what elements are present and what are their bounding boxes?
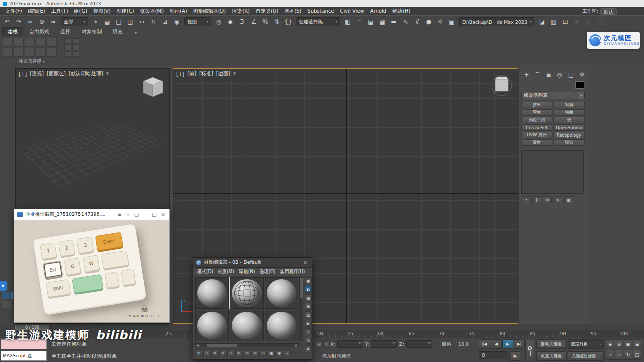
- unlink-selection[interactable]: ⊘: [36, 16, 47, 27]
- toggle-ribbon[interactable]: ▬: [388, 16, 399, 27]
- snap-toggle-3d[interactable]: 3: [236, 16, 248, 27]
- modifier-btn-11[interactable]: 置换: [521, 139, 552, 146]
- menu-item-7[interactable]: 修改器(M): [137, 7, 167, 15]
- zoom-button[interactable]: ⊕: [606, 339, 614, 349]
- menu-item-4[interactable]: 组(G): [71, 7, 91, 15]
- scroll-left-arrow[interactable]: ◀: [196, 344, 200, 347]
- reference-coordinate-dropdown[interactable]: 视图▾: [184, 17, 211, 26]
- material-editor-window[interactable]: 材质编辑器 - 02 - Default — × 模式(D)材质(M)导航(N)…: [193, 257, 312, 360]
- material-slot-2[interactable]: [230, 277, 264, 309]
- polygon-modeling-panel-label[interactable]: 多边形建模 ▾: [3, 58, 61, 65]
- select-by-material[interactable]: ◎: [305, 337, 312, 344]
- material-map-navigator[interactable]: #: [305, 345, 312, 352]
- menu-item-13[interactable]: Substance: [304, 7, 337, 15]
- ribbon-tab-建模[interactable]: 建模: [2, 27, 23, 36]
- show-end-result[interactable]: ‖: [532, 196, 541, 203]
- toggle-layer-explorer[interactable]: ▦: [377, 16, 388, 27]
- edit-tool-1[interactable]: [64, 38, 71, 44]
- select-and-place[interactable]: ◉: [171, 16, 182, 27]
- rendered-frame-window[interactable]: ▣: [446, 16, 457, 27]
- ribbon-tab-填充[interactable]: 填充: [108, 28, 128, 36]
- material-editor[interactable]: ●: [423, 16, 434, 27]
- wechat-maximize-button[interactable]: □: [151, 212, 157, 217]
- material-slot-5[interactable]: [230, 310, 264, 341]
- slots-vertical-scrollbar[interactable]: [299, 277, 303, 341]
- macro-recorder-field[interactable]: [1, 339, 47, 349]
- render-ok-indicator[interactable]: ✓: [571, 16, 582, 27]
- misc-tool-4[interactable]: ▽: [583, 16, 594, 27]
- isolate-selection-toggle[interactable]: ◎: [316, 340, 323, 348]
- menu-item-11[interactable]: 自定义(U): [253, 7, 281, 15]
- sample-type[interactable]: ●: [305, 277, 312, 284]
- workspace-selector[interactable]: 工作区: 默认: [582, 8, 642, 15]
- viewport-main-labels-seg-3[interactable]: [边面]: [216, 70, 230, 77]
- viewport-main-labels-seg-0[interactable]: [+]: [176, 71, 184, 77]
- menu-item-5[interactable]: 视图(V): [90, 7, 114, 15]
- make-copy[interactable]: ⊙: [227, 349, 234, 356]
- material-slot-1[interactable]: [195, 277, 229, 309]
- backlight[interactable]: ◐: [305, 286, 312, 293]
- background[interactable]: ▩: [305, 294, 312, 301]
- window-crossing-toggle[interactable]: ◫: [125, 16, 136, 27]
- select-and-move[interactable]: ↔: [136, 16, 147, 27]
- edit-tool-3[interactable]: [64, 45, 71, 50]
- viewport-left-labels-seg-2[interactable]: [面颜色]: [47, 70, 66, 77]
- key-selection-set-dropdown[interactable]: 选定对象 ▾: [568, 339, 604, 349]
- mat-menu-5[interactable]: 实用程序(U): [280, 268, 305, 275]
- edit-tool-4[interactable]: [72, 45, 79, 50]
- viewport-menu-icon[interactable]: ▼: [233, 72, 236, 76]
- poly-tool-10[interactable]: [47, 48, 57, 57]
- poly-tool-5[interactable]: [47, 38, 57, 47]
- viewcube[interactable]: [139, 74, 167, 102]
- track-bar[interactable]: 0510152025303540455055606570758085909510…: [0, 330, 644, 338]
- viewport-left-labels-seg-1[interactable]: [透视]: [30, 70, 44, 77]
- make-unique[interactable]: ⊚: [543, 196, 552, 203]
- remove-modifier[interactable]: ×: [553, 196, 562, 203]
- chevron-down-icon[interactable]: ▾: [578, 92, 584, 99]
- tab-modify[interactable]: ⌒: [534, 71, 541, 80]
- modifier-btn-5[interactable]: 涡轮平滑: [521, 117, 552, 123]
- viewport-left-labels-seg-3[interactable]: [默认明暗处理]: [69, 70, 103, 77]
- wechat-pin-button[interactable]: ☆: [125, 212, 131, 217]
- material-slot-6[interactable]: [265, 310, 298, 341]
- modifier-list-dropdown[interactable]: 修改器列表 ▾: [521, 92, 585, 99]
- make-preview[interactable]: ▶: [305, 320, 312, 327]
- put-to-scene[interactable]: ⊖: [203, 349, 210, 356]
- time-slider-handle[interactable]: 0 / 100: [15, 325, 49, 330]
- slots-horizontal-scrollbar[interactable]: ◀ ▶: [195, 343, 299, 347]
- reset-map[interactable]: ⊘: [219, 349, 226, 356]
- percent-snap-toggle[interactable]: %: [260, 16, 271, 27]
- menu-item-9[interactable]: 图形编辑器(D): [190, 7, 229, 15]
- set-key-button[interactable]: 设置关键点: [536, 351, 567, 361]
- selection-filter-dropdown[interactable]: 全部▾: [61, 17, 88, 26]
- modifier-btn-4[interactable]: 扭曲: [553, 109, 585, 116]
- y-coordinate-field[interactable]: [371, 340, 397, 348]
- rectangular-selection-region[interactable]: □: [113, 16, 124, 27]
- curve-editor[interactable]: ∿: [400, 16, 411, 27]
- get-material[interactable]: ⊕: [195, 349, 202, 356]
- viewport-main-labels-seg-2[interactable]: [标准]: [199, 70, 213, 77]
- mat-menu-3[interactable]: 导航(N): [239, 268, 255, 275]
- scroll-right-arrow[interactable]: ▶: [294, 344, 298, 347]
- zoom-extents-button[interactable]: ▣: [624, 339, 632, 349]
- toggle-scene-explorer[interactable]: ▤: [365, 16, 376, 27]
- ribbon-tab-选择[interactable]: 选择: [55, 28, 75, 36]
- ribbon-minimize-icon[interactable]: ▾: [133, 30, 139, 36]
- wechat-screenshot-window[interactable]: 企业微信截图_17510275147396.... ≡☆▢—□× 123Ente…: [14, 209, 170, 323]
- viewport-layout-tab-active[interactable]: [2, 292, 13, 299]
- material-slot-4[interactable]: [195, 310, 229, 341]
- use-center-flyout[interactable]: ◎: [213, 16, 224, 27]
- schematic-view[interactable]: #: [412, 16, 423, 27]
- modifier-btn-12[interactable]: 噪波: [553, 139, 585, 146]
- viewport-layout-tab[interactable]: [2, 301, 13, 308]
- spinner-snap-toggle[interactable]: ⇅: [271, 16, 282, 27]
- poly-tool-3[interactable]: [25, 38, 35, 47]
- select-object[interactable]: ⌖: [90, 16, 101, 27]
- x-coordinate-field[interactable]: [337, 340, 363, 348]
- viewport-left-labels-seg-0[interactable]: [+]: [19, 71, 27, 77]
- play-button[interactable]: ▶: [502, 339, 513, 349]
- edit-tool-2[interactable]: [72, 38, 79, 44]
- tab-utilities[interactable]: ※: [578, 71, 586, 80]
- selection-lock-toggle[interactable]: ⊡: [323, 340, 330, 348]
- current-frame-field[interactable]: 0: [479, 351, 508, 359]
